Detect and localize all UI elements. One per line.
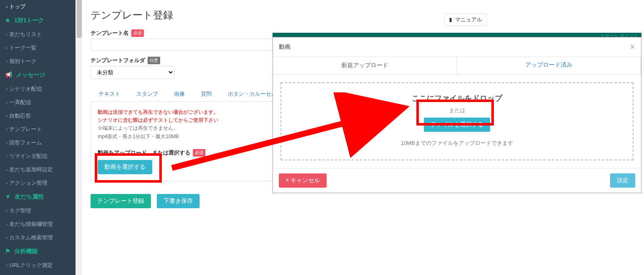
sidebar-item-autoreply[interactable]: 自動応答 [0,109,75,123]
modal-body: ここにファイルをドロップ または ファイルを選択する 10MBまでのファイルをア… [273,75,641,168]
sidebar-item-tag[interactable]: タグ管理 [0,204,75,217]
sidebar-item-conversion[interactable]: コンバージョン [0,272,75,275]
dropzone-title: ここにファイルをドロップ [288,93,626,103]
tab-image[interactable]: 画像 [166,86,193,101]
sidebar-header-message[interactable]: 📢 メッセージ [0,68,75,82]
sidebar-header-label: 友だち属性 [15,193,44,200]
sidebar-item-info[interactable]: 友だち情報欄管理 [0,217,75,231]
modal-tab-new[interactable]: 新規アップロード [273,57,457,74]
sidebar-item-search[interactable]: カスタム検索管理 [0,231,75,244]
sidebar: トップ ★ 1対1トーク 友だちリスト トーク一覧 個別トーク 📢 メッセージ … [0,0,75,275]
confirm-button[interactable]: 決定 [610,173,635,188]
optional-badge: 任意 [148,57,160,64]
bullhorn-icon: 📢 [5,71,12,78]
sidebar-item-top[interactable]: トップ [0,0,75,13]
scrollbar-thumb[interactable] [77,0,82,38]
page-title: テンプレート登録 [91,8,636,22]
cancel-label: キャンセル [291,177,320,183]
modal-tab-existing[interactable]: アップロード済み [457,57,641,74]
cancel-button[interactable]: × キャンセル [279,173,327,188]
dropzone-or: または [288,107,626,114]
funnel-icon: ▼ [5,193,11,200]
star-icon: ★ [5,17,10,24]
scrollbar-track[interactable] [75,0,82,275]
sidebar-item-scenario[interactable]: シナリオ配信 [0,82,75,96]
required-badge: 必須 [193,149,205,157]
sidebar-header-label: 1対1トーク [14,17,44,24]
sidebar-header-analytics[interactable]: ⚑ 分析機能 [0,244,75,259]
sidebar-item-talklist[interactable]: トーク一覧 [0,41,75,55]
sidebar-item-individual[interactable]: 個別トーク [0,55,75,68]
draft-save-button[interactable]: 下書き保存 [157,194,200,208]
select-video-button[interactable]: 動画を選択する [98,160,152,174]
tab-question[interactable]: 質問 [193,86,220,101]
file-select-button[interactable]: ファイルを選択する [424,118,490,132]
modal-tabs: 新規アップロード アップロード済み [273,57,641,75]
sidebar-item-friendlist[interactable]: 友だちリスト [0,28,75,41]
sidebar-item-broadcast[interactable]: 一斉配信 [0,96,75,109]
sidebar-item-reminder[interactable]: リマインダ配信 [0,149,75,163]
sidebar-header-label: 分析機能 [14,248,38,254]
sidebar-item-form[interactable]: 回答フォーム [0,136,75,149]
sidebar-item-urlclick[interactable]: URLクリック測定 [0,259,75,272]
sidebar-header-attributes[interactable]: ▼ 友だち属性 [0,190,75,204]
required-badge: 必須 [131,29,144,37]
dropzone-note: 10MBまでのファイルをアップロードできます [288,139,626,147]
sidebar-item-addfriend[interactable]: 友だち追加時設定 [0,163,75,176]
manual-button[interactable]: ▮ マニュアル [444,13,487,26]
action-buttons: テンプレート登録 下書き保存 [91,194,636,208]
flag-icon: ⚑ [5,248,10,254]
upload-label: 動画をアップロード、または選択する [98,149,190,157]
manual-label: マニュアル [455,16,482,23]
upload-modal: 動画 × 新規アップロード アップロード済み ここにファイルをドロップ または … [273,37,641,193]
book-icon: ▮ [449,16,452,23]
sidebar-header-talk[interactable]: ★ 1対1トーク [0,13,75,28]
sidebar-header-label: メッセージ [16,71,45,78]
modal-footer: × キャンセル 決定 [273,168,641,193]
sidebar-item-action[interactable]: アクション管理 [0,176,75,190]
register-button[interactable]: テンプレート登録 [91,194,151,208]
backdrop-text: サポート ポイント [273,33,641,37]
sidebar-item-template[interactable]: テンプレート [0,123,75,136]
template-folder-select[interactable]: 未分類 [91,66,174,79]
template-name-label: テンプレート名 [91,29,129,37]
tab-text[interactable]: テキスト [91,86,128,101]
modal-backdrop-strip: サポート ポイント [273,33,641,37]
modal-close-button[interactable]: × [630,42,635,52]
modal-title: 動画 [279,43,291,51]
template-folder-label: テンプレートフォルダ [91,57,145,64]
dropzone[interactable]: ここにファイルをドロップ または ファイルを選択する 10MBまでのファイルをア… [280,82,634,160]
modal-header: 動画 × [273,37,641,57]
tab-stamp[interactable]: スタンプ [128,86,166,101]
x-icon: × [286,177,289,183]
